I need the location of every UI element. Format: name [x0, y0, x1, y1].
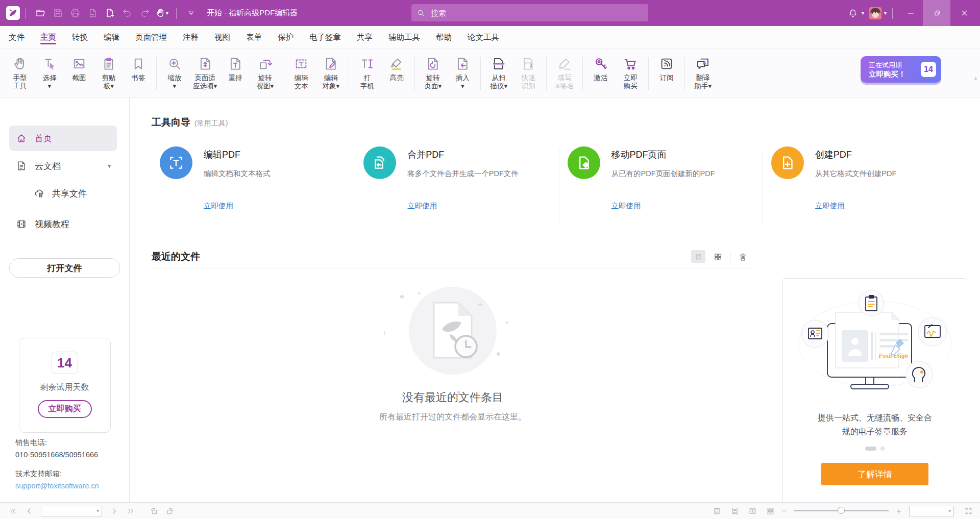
caret-down-icon[interactable]: ▾: [884, 11, 887, 16]
tool-clipboard[interactable]: 剪贴板▾: [94, 56, 124, 90]
search-input[interactable]: [430, 8, 643, 18]
new-document-icon-button[interactable]: [101, 5, 118, 22]
open-file-button[interactable]: 打开文件: [9, 258, 120, 278]
tool-fill-sign[interactable]: 填写&签名: [550, 56, 579, 90]
tool-rotate-view[interactable]: 旋转视图▾: [250, 56, 280, 90]
caret-down-icon[interactable]: ▾: [862, 11, 864, 16]
continuous-facing-view-button[interactable]: [764, 504, 777, 517]
tool-subscribe[interactable]: 订阅: [652, 56, 681, 90]
clear-recent-button[interactable]: [736, 250, 750, 263]
zoom-in-icon[interactable]: +: [896, 507, 901, 515]
user-avatar[interactable]: [869, 7, 881, 19]
close-button[interactable]: [950, 0, 978, 26]
first-page-button[interactable]: [6, 504, 19, 517]
rotate-right-button[interactable]: [163, 504, 177, 517]
tool-buy-now[interactable]: 立即购买: [616, 56, 645, 90]
use-now-link[interactable]: 立即使用: [204, 201, 233, 211]
tool-edit-text[interactable]: 编辑文本: [286, 56, 316, 90]
tool-hand[interactable]: 手型工具: [5, 56, 35, 90]
collapse-ribbon-button[interactable]: [182, 5, 200, 22]
sidebar-item-shared-files[interactable]: 共享文件: [9, 181, 117, 206]
menu-esign[interactable]: 电子签章: [309, 26, 341, 48]
undo-icon-button[interactable]: [118, 5, 136, 22]
use-now-link[interactable]: 立即使用: [815, 201, 845, 211]
menu-page-manage[interactable]: 页面管理: [135, 26, 167, 48]
hand-tool-quick-button[interactable]: ▾: [153, 5, 170, 22]
tool-page-fit[interactable]: 页面适应选项▾: [189, 56, 220, 90]
tool-snapshot[interactable]: 截图: [64, 56, 94, 90]
previous-page-button[interactable]: [22, 504, 36, 517]
scrollbar-up-arrow[interactable]: ▲: [973, 76, 978, 81]
card-create-pdf[interactable]: 创建PDF 从其它格式文件创建PDF 立即使用: [763, 146, 966, 225]
carousel-dot-active[interactable]: [865, 447, 876, 451]
minimize-button[interactable]: [898, 0, 923, 26]
menu-form[interactable]: 表单: [246, 26, 262, 48]
card-merge-pdf[interactable]: 合并PDF 将多个文件合并生成一个PDF文件 立即使用: [355, 146, 558, 225]
page-number-input[interactable]: [41, 507, 94, 514]
learn-more-button[interactable]: 了解详情: [821, 463, 928, 485]
zoom-slider-handle[interactable]: [838, 507, 845, 514]
carousel-dot[interactable]: [880, 447, 885, 451]
tool-edit-object[interactable]: 编辑对象▾: [316, 56, 346, 90]
tool-quick-ocr[interactable]: OCR 快速识别: [513, 56, 543, 90]
menu-accessibility[interactable]: 辅助工具: [388, 26, 420, 48]
toolbar-divider: [582, 57, 583, 90]
maximize-restore-button[interactable]: [923, 0, 950, 26]
last-page-button[interactable]: [124, 504, 137, 517]
menu-home[interactable]: 主页: [40, 26, 56, 48]
sidebar-item-video-tutorials[interactable]: 视频教程: [9, 211, 117, 237]
menu-edit[interactable]: 编辑: [104, 26, 119, 48]
caret-down-icon[interactable]: ▾: [94, 508, 102, 513]
tool-zoom[interactable]: 缩放▾: [160, 56, 189, 90]
menu-comment[interactable]: 注释: [183, 26, 199, 48]
fullscreen-button[interactable]: [962, 504, 975, 517]
use-now-link[interactable]: 立即使用: [611, 201, 641, 211]
tool-typewriter[interactable]: 打字机: [352, 56, 382, 90]
single-page-view-button[interactable]: [710, 504, 723, 517]
caret-down-icon[interactable]: ▾: [108, 163, 111, 169]
save-icon-button[interactable]: [49, 5, 66, 22]
sidebar-item-cloud-docs[interactable]: 云文档 ▾: [9, 153, 117, 179]
trial-buy-badge[interactable]: 正在试用期 立即购买！ 14: [861, 56, 941, 83]
card-edit-pdf[interactable]: 编辑PDF 编辑文档和文本格式 立即使用: [152, 146, 355, 225]
tool-highlight[interactable]: 高亮: [382, 56, 411, 90]
continuous-view-button[interactable]: [728, 504, 741, 517]
caret-down-icon[interactable]: ▾: [946, 508, 953, 513]
tool-activate[interactable]: 激活: [586, 56, 616, 90]
zoom-out-icon[interactable]: −: [781, 507, 787, 515]
facing-view-button[interactable]: [746, 504, 759, 517]
print-icon-button[interactable]: [66, 5, 84, 22]
open-file-icon-button[interactable]: [32, 5, 49, 22]
support-email-link[interactable]: support@foxitsoftware.cn: [15, 480, 99, 492]
grid-view-button[interactable]: [710, 250, 725, 263]
tool-from-scanner[interactable]: 从扫描仪▾: [484, 56, 513, 90]
search-box[interactable]: [411, 4, 648, 21]
tool-select[interactable]: 选择▾: [35, 56, 64, 90]
menu-convert[interactable]: 转换: [72, 26, 88, 48]
menu-file[interactable]: 文件: [9, 26, 24, 48]
zoom-level-input[interactable]: [910, 507, 946, 514]
page-number-combobox[interactable]: ▾: [41, 506, 102, 516]
menu-paper-tools[interactable]: 论文工具: [468, 26, 499, 48]
menu-share[interactable]: 共享: [357, 26, 373, 48]
redo-icon-button[interactable]: [136, 5, 153, 22]
rotate-left-button[interactable]: [147, 504, 160, 517]
tool-bookmark[interactable]: 书签: [124, 56, 153, 90]
menu-view[interactable]: 视图: [214, 26, 230, 48]
buy-now-button[interactable]: 立即购买: [38, 400, 92, 418]
notifications-bell-button[interactable]: [844, 5, 862, 22]
next-page-button[interactable]: [107, 504, 120, 517]
tool-rotate-pages[interactable]: 旋转页面▾: [418, 56, 448, 90]
menu-help[interactable]: 帮助: [436, 26, 452, 48]
sidebar-item-home[interactable]: 首页: [9, 126, 117, 151]
tool-insert-pages[interactable]: 插入▾: [448, 56, 477, 90]
card-move-pdf-pages[interactable]: 移动PDF页面 从已有的PDF页面创建新的PDF 立即使用: [559, 146, 763, 225]
tool-reflow[interactable]: 重排: [220, 56, 250, 90]
zoom-slider[interactable]: [794, 510, 889, 511]
tool-translate-assistant[interactable]: 翻译助手▾: [688, 56, 718, 90]
extract-page-icon-button[interactable]: [84, 5, 101, 22]
use-now-link[interactable]: 立即使用: [407, 201, 437, 211]
menu-protect[interactable]: 保护: [278, 26, 293, 48]
list-view-button[interactable]: [691, 250, 705, 263]
zoom-level-combobox[interactable]: ▾: [909, 506, 954, 516]
